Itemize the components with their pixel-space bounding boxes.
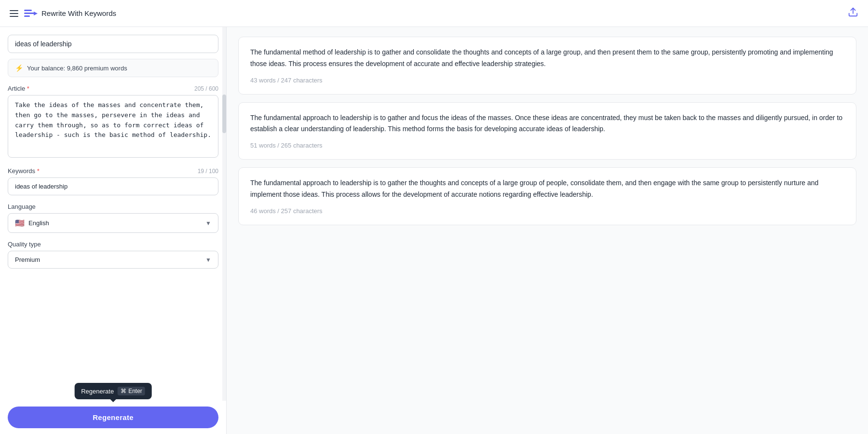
quality-select[interactable]: Premium ▼ [8,251,218,269]
language-value: English [28,219,49,227]
result-card-2: The fundamental approach to leadership i… [238,102,856,160]
result-text-3: The fundamental approach to leadership i… [250,177,844,201]
header-right [848,7,858,20]
article-char-count: 205 / 600 [194,85,218,92]
cmd-key: ⌘ [121,388,126,394]
quality-label: Quality type [8,241,218,248]
result-meta-3: 46 words / 257 characters [250,207,323,215]
tooltip-box: Regenerate ⌘ Enter [74,383,152,399]
result-text-1: The fundamental method of leadership is … [250,47,844,70]
keywords-section-header: Keywords * 19 / 100 [8,167,218,175]
menu-button[interactable] [10,10,18,17]
keywords-label: Keywords * [8,167,40,175]
header-left: Rewrite With Keywords [10,9,116,18]
scroll-thumb[interactable] [222,95,226,133]
topic-input-wrapper [8,35,218,53]
quality-select-wrapper: Premium ▼ [8,251,218,269]
keyboard-shortcut: ⌘ Enter [118,387,145,395]
language-select-wrapper: 🇺🇸 English ▼ [8,213,218,233]
result-text-2: The fundamental approach to leadership i… [250,112,844,136]
lightning-icon: ⚡ [15,64,23,72]
result-meta-2: 51 words / 265 characters [250,142,323,149]
keywords-char-count: 19 / 100 [198,168,218,175]
app-header: Rewrite With Keywords [0,0,868,27]
regenerate-btn-wrapper: Regenerate [0,401,226,434]
svg-rect-0 [24,10,32,11]
article-textarea[interactable]: Take the ideas of the masses and concent… [8,95,218,158]
quality-field: Quality type Premium ▼ [8,241,218,269]
regenerate-tooltip: Regenerate ⌘ Enter [74,383,152,399]
svg-rect-1 [24,13,35,14]
left-scroll-area: ⚡ Your balance: 9,860 premium words Arti… [0,27,226,434]
result-card-3: The fundamental approach to leadership i… [238,167,856,225]
right-panel: The fundamental method of leadership is … [227,27,868,434]
svg-rect-2 [24,15,30,17]
logo-icon [24,9,38,18]
quality-value: Premium [15,256,40,263]
topic-input[interactable] [8,35,218,53]
article-section-header: Article * 205 / 600 [8,85,218,92]
scroll-track [222,27,226,434]
app-title: Rewrite With Keywords [41,9,116,17]
left-panel: ⚡ Your balance: 9,860 premium words Arti… [0,27,227,434]
keywords-required: * [37,167,40,175]
logo-area: Rewrite With Keywords [24,9,116,18]
enter-key: Enter [128,388,142,394]
language-label: Language [8,203,218,210]
regenerate-button[interactable]: Regenerate [8,407,218,428]
balance-box: ⚡ Your balance: 9,860 premium words [8,59,218,77]
result-meta-1: 43 words / 247 characters [250,77,323,84]
tooltip-label: Regenerate [81,388,114,395]
upload-icon[interactable] [848,7,858,20]
keywords-input[interactable] [8,177,218,195]
language-flag: 🇺🇸 [15,218,25,228]
quality-chevron-icon: ▼ [205,257,211,263]
language-field: Language 🇺🇸 English ▼ [8,203,218,233]
result-card-1: The fundamental method of leadership is … [238,37,856,95]
balance-text: Your balance: 9,860 premium words [27,65,127,72]
article-required: * [27,85,29,92]
language-chevron-icon: ▼ [205,220,211,227]
article-label: Article * [8,85,29,92]
language-select[interactable]: 🇺🇸 English ▼ [8,213,218,233]
svg-marker-3 [34,12,38,15]
main-layout: ⚡ Your balance: 9,860 premium words Arti… [0,27,868,434]
